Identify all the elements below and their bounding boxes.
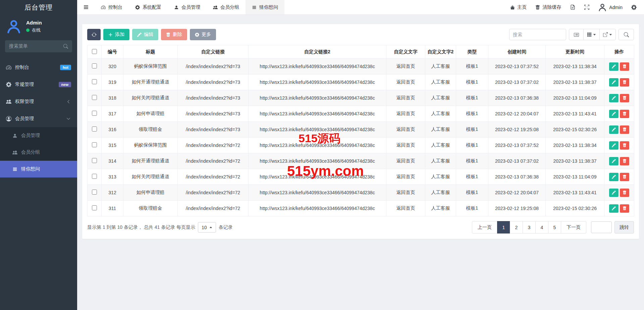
row-delete-button[interactable]	[620, 125, 629, 134]
row-delete-button[interactable]	[620, 204, 629, 213]
cell-actions	[604, 122, 634, 138]
export-button[interactable]	[599, 29, 616, 40]
edit-label: 编辑	[144, 32, 153, 38]
tab-member-groups[interactable]: 会员分组	[207, 0, 246, 14]
jump-page-input[interactable]	[591, 221, 612, 233]
page-size-dropdown[interactable]: 10	[198, 222, 216, 232]
chevron-left-icon	[66, 100, 71, 104]
row-delete-button[interactable]	[620, 94, 629, 102]
row-checkbox[interactable]	[92, 95, 97, 100]
sidebar-subitem-member-manage[interactable]: 会员管理	[0, 127, 77, 144]
sidebar-subitem-member-groups[interactable]: 会员分组	[0, 144, 77, 161]
user-circle-icon	[6, 116, 11, 121]
language-icon[interactable]	[570, 4, 576, 10]
add-button[interactable]: 添加	[103, 29, 129, 40]
username-label: Admin	[609, 5, 623, 10]
row-edit-button[interactable]	[609, 110, 619, 118]
sidebar-item-console[interactable]: 控制台hot	[0, 59, 77, 76]
sidebar-item-members[interactable]: 会员管理	[0, 110, 77, 127]
cell-created: 2023-02-12 19:25:08	[488, 201, 546, 216]
jump-button[interactable]: 跳转	[614, 221, 634, 234]
row-edit-button[interactable]	[609, 189, 619, 197]
row-edit-button[interactable]	[609, 62, 619, 71]
detail-view-button[interactable]	[569, 29, 584, 40]
user-menu[interactable]: Admin	[598, 3, 623, 12]
row-checkbox[interactable]	[92, 174, 97, 179]
sidebar-subitem-guess-questions[interactable]: 猜你想问	[0, 161, 77, 177]
view-button-group	[569, 29, 616, 40]
sidebar-subitem-label: 会员分组	[21, 149, 40, 155]
cell-id: 313	[102, 169, 123, 185]
prev-page-button[interactable]: 上一页	[472, 221, 497, 234]
cell-link2: http://wsx123.ink/kefu/640993ce33466/640…	[249, 90, 386, 106]
add-label: 添加	[115, 32, 124, 38]
tab-system-config[interactable]: 系统配置	[129, 0, 168, 14]
content-card: 添加 编辑 删除 更多 编号标题自定义链接自定义链接2自定义文字自定义文字2类型…	[82, 24, 639, 239]
page-button-2[interactable]: 2	[510, 221, 523, 234]
row-edit-button[interactable]	[609, 141, 619, 150]
more-button[interactable]: 更多	[190, 29, 216, 40]
row-checkbox[interactable]	[92, 158, 97, 163]
page-button-4[interactable]: 4	[535, 221, 548, 234]
row-checkbox[interactable]	[92, 63, 97, 68]
cell-title: 领取理赔金	[123, 122, 178, 138]
app-title: 后台管理	[0, 0, 77, 15]
cell-updated: 2023-02-15 02:30:26	[546, 201, 604, 216]
cell-title: 蚂蚁保保障范围	[123, 138, 178, 153]
row-edit-button[interactable]	[609, 94, 619, 102]
tab-console[interactable]: 控制台	[95, 0, 129, 14]
row-edit-button[interactable]	[609, 204, 619, 213]
cell-type: 模板1	[456, 185, 488, 201]
search-button[interactable]	[619, 29, 634, 40]
sidebar-item-permissions[interactable]: 权限管理	[0, 93, 77, 110]
sidebar-item-label: 会员管理	[15, 116, 34, 122]
sidebar-search-input[interactable]: 搜索菜单	[5, 40, 72, 52]
row-edit-button[interactable]	[609, 157, 619, 165]
pencil-icon	[612, 64, 616, 68]
page-button-5[interactable]: 5	[548, 221, 561, 234]
row-delete-button[interactable]	[620, 62, 629, 71]
row-delete-button[interactable]	[620, 157, 629, 165]
row-checkbox[interactable]	[92, 126, 97, 132]
home-link[interactable]: 主页	[510, 4, 527, 10]
row-delete-button[interactable]	[620, 141, 629, 150]
cell-actions	[604, 185, 634, 201]
tab-label: 系统配置	[143, 4, 161, 10]
row-edit-button[interactable]	[609, 125, 619, 134]
badge-new: new	[59, 82, 71, 87]
chevron-down-icon	[66, 117, 71, 121]
online-status-dot	[26, 29, 30, 32]
list-icon	[252, 5, 257, 10]
cell-updated: 2023-02-13 11:04:09	[546, 169, 604, 185]
clear-cache-link[interactable]: 清除缓存	[535, 4, 561, 10]
select-all-checkbox[interactable]	[92, 49, 97, 54]
settings-gear-icon[interactable]	[631, 5, 637, 10]
sidebar-item-general[interactable]: 常规管理new	[0, 76, 77, 93]
row-checkbox[interactable]	[92, 79, 97, 84]
columns-button[interactable]	[583, 29, 600, 40]
row-delete-button[interactable]	[620, 78, 629, 87]
fullscreen-icon[interactable]	[584, 5, 589, 10]
cell-updated: 2023-02-13 11:38:37	[546, 74, 604, 90]
tab-member-manage[interactable]: 会员管理	[168, 0, 207, 14]
row-delete-button[interactable]	[620, 110, 629, 118]
edit-button[interactable]: 编辑	[132, 29, 158, 40]
trash-icon	[623, 159, 627, 163]
refresh-button[interactable]	[87, 29, 101, 40]
next-page-button[interactable]: 下一页	[561, 221, 586, 234]
sidebar-toggle-button[interactable]	[77, 0, 95, 14]
row-edit-button[interactable]	[609, 173, 619, 181]
row-edit-button[interactable]	[609, 78, 619, 87]
table-search-input[interactable]	[509, 29, 566, 40]
page-button-3[interactable]: 3	[523, 221, 536, 234]
row-checkbox[interactable]	[92, 190, 97, 195]
table-row: 320蚂蚁保保障范围/index/index/index2?id=73http:…	[88, 59, 634, 74]
row-checkbox[interactable]	[92, 111, 97, 116]
row-delete-button[interactable]	[620, 189, 629, 197]
row-delete-button[interactable]	[620, 173, 629, 181]
row-checkbox[interactable]	[92, 205, 97, 210]
delete-button[interactable]: 删除	[161, 29, 187, 40]
tab-guess-questions[interactable]: 猜你想问	[246, 0, 284, 14]
page-button-1[interactable]: 1	[497, 221, 510, 234]
row-checkbox[interactable]	[92, 142, 97, 147]
